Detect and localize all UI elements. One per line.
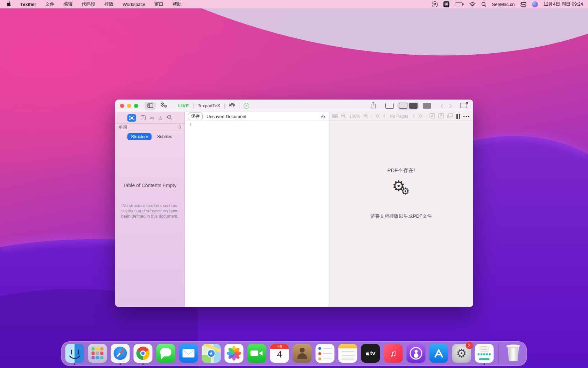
live-typeset-toggle[interactable]: LIVE: [178, 103, 189, 108]
safari-icon[interactable]: [111, 344, 130, 363]
control-center-icon[interactable]: [520, 2, 526, 7]
apple-tv-icon[interactable]: tv: [361, 344, 380, 363]
launchpad-icon[interactable]: [88, 344, 107, 363]
zoom-in-icon[interactable]: [363, 113, 369, 120]
sidebar-toggle-button[interactable]: [145, 102, 156, 110]
layout-pdf-only-button[interactable]: [423, 103, 431, 109]
window-titlebar[interactable]: ⚙⚙ LIVE TexpadTeX ✓: [115, 100, 473, 112]
dock-reminders[interactable]: [315, 344, 335, 365]
messages-icon[interactable]: [156, 344, 175, 363]
battery-icon[interactable]: [455, 2, 464, 6]
search-view-button[interactable]: [167, 115, 172, 121]
dock-photos[interactable]: [224, 344, 244, 365]
dock-tv[interactable]: tv: [361, 344, 380, 365]
thumbnails-grid-icon[interactable]: [332, 114, 338, 120]
dock-notes[interactable]: [338, 344, 358, 365]
dock-contacts[interactable]: [293, 344, 312, 365]
pdf-copies-icon[interactable]: [447, 113, 453, 120]
close-button[interactable]: [120, 104, 124, 108]
input-method-icon[interactable]: 拼: [443, 1, 449, 7]
share-icon[interactable]: [370, 102, 376, 110]
menu-workspace[interactable]: Workspace: [122, 2, 145, 7]
mail-icon[interactable]: [179, 344, 198, 363]
new-window-icon[interactable]: [460, 102, 468, 110]
account-label[interactable]: SeeMac.cn: [492, 2, 515, 7]
spotlight-search-icon[interactable]: [481, 2, 486, 7]
zoom-button[interactable]: [134, 104, 138, 108]
dock-chrome[interactable]: [133, 344, 153, 365]
zoom-out-icon[interactable]: [341, 113, 346, 120]
calendar-icon[interactable]: 12月 4: [270, 344, 289, 363]
dock-music[interactable]: ♫: [384, 344, 403, 365]
notes-icon[interactable]: [338, 344, 357, 363]
app-store-icon[interactable]: [429, 344, 448, 363]
typeset-gears-icon: ⚙⚙: [391, 180, 412, 200]
user-switch-icon[interactable]: ⇄: [432, 1, 438, 7]
structure-view-button[interactable]: [127, 114, 136, 122]
photos-icon[interactable]: [225, 344, 244, 363]
menubar-clock[interactable]: 12月4日 周日 09:24: [544, 1, 583, 7]
dock-system-settings[interactable]: ⚙ 2: [452, 344, 471, 365]
chrome-icon[interactable]: [134, 344, 153, 363]
tv-label: tv: [370, 350, 375, 357]
podcasts-icon[interactable]: [407, 344, 426, 363]
dock-calendar[interactable]: 12月 4: [270, 344, 289, 365]
open-external-icon[interactable]: [438, 113, 444, 120]
layout-split-right-button[interactable]: [409, 103, 418, 109]
sync-source-icon[interactable]: [429, 113, 435, 120]
minimize-button[interactable]: [127, 104, 131, 108]
labels-view-button[interactable]: ∞: [150, 115, 154, 121]
forward-icon[interactable]: [449, 103, 452, 108]
menu-edit[interactable]: 编辑: [63, 1, 72, 7]
dock-maps[interactable]: [202, 344, 221, 365]
todo-view-button[interactable]: ✓: [141, 115, 146, 120]
dock-facetime[interactable]: [247, 344, 267, 365]
back-icon[interactable]: [440, 103, 443, 108]
pdf-toolbar-divider: [426, 114, 426, 119]
system-settings-icon[interactable]: ⚙ 2: [452, 344, 471, 363]
dock-mail[interactable]: [179, 344, 198, 365]
typeset-settings-icon[interactable]: ⚙⚙: [160, 102, 169, 110]
syntax-check-icon[interactable]: ✓: [244, 103, 249, 109]
menu-snippets[interactable]: 代码段: [82, 1, 95, 7]
previous-page-icon[interactable]: [383, 114, 386, 119]
tab-structure[interactable]: Structure: [127, 133, 152, 140]
tab-subfiles[interactable]: Subfiles: [157, 134, 172, 139]
facetime-icon[interactable]: [247, 344, 266, 363]
contacts-icon[interactable]: [293, 344, 312, 363]
dock-finder[interactable]: [65, 344, 85, 365]
save-button[interactable]: 保存: [188, 113, 203, 120]
trash-icon[interactable]: [504, 344, 523, 363]
issues-view-button[interactable]: ⚠: [159, 115, 163, 121]
dock-launchpad[interactable]: [88, 344, 107, 365]
dock-input-method[interactable]: [475, 344, 494, 365]
maps-icon[interactable]: [202, 344, 221, 363]
last-page-icon[interactable]: [418, 114, 423, 119]
apple-menu-icon[interactable]: [6, 1, 11, 8]
dock-safari[interactable]: [111, 344, 130, 365]
menu-file[interactable]: 文件: [45, 1, 54, 7]
finder-icon[interactable]: [65, 344, 84, 363]
siri-icon[interactable]: [532, 1, 538, 7]
dock-podcasts[interactable]: [406, 344, 426, 365]
code-editor[interactable]: 1: [185, 121, 329, 307]
math-tool-button[interactable]: √x: [321, 114, 326, 119]
wifi-icon[interactable]: [469, 2, 476, 7]
dock-app-store[interactable]: [429, 344, 449, 365]
reminders-icon[interactable]: [316, 344, 335, 363]
layout-editor-only-button[interactable]: [385, 103, 394, 109]
typeset-options-icon[interactable]: [229, 102, 235, 109]
pause-typeset-icon[interactable]: [456, 114, 460, 119]
input-method-app-icon[interactable]: [475, 344, 494, 363]
layout-split-left-button[interactable]: [399, 103, 407, 109]
menu-app-name[interactable]: Texifier: [20, 2, 36, 7]
menu-help[interactable]: 帮助: [173, 1, 182, 7]
menu-window[interactable]: 窗口: [154, 1, 163, 7]
typeset-engine-label[interactable]: TexpadTeX: [198, 103, 220, 108]
music-icon[interactable]: ♫: [384, 344, 403, 363]
first-page-icon[interactable]: [375, 114, 380, 119]
dock-messages[interactable]: [156, 344, 176, 365]
menu-typeset[interactable]: 排版: [104, 1, 113, 7]
next-page-icon[interactable]: [412, 114, 415, 119]
dock-trash[interactable]: [504, 344, 523, 365]
